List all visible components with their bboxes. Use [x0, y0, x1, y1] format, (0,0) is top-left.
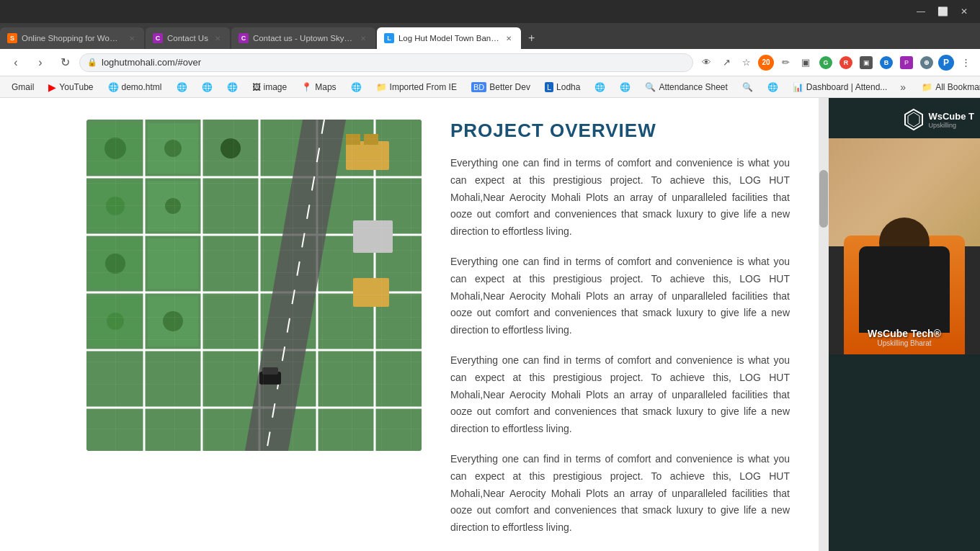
svg-rect-35 [148, 296, 198, 346]
profile-button[interactable]: P [938, 55, 954, 71]
bookmark-dashboard[interactable]: 📊 Dashboard | Attend... [787, 81, 894, 94]
bookmarks-more-button[interactable]: » [896, 80, 910, 94]
pencil-button[interactable]: ✏ [777, 54, 794, 71]
reload-button[interactable]: ↻ [55, 53, 75, 73]
svg-rect-23 [364, 134, 378, 145]
bookmark-image[interactable]: 🖼 image [246, 81, 293, 94]
extension6-button[interactable]: ⊕ [918, 54, 935, 71]
svg-rect-0 [86, 120, 422, 451]
bookmark-search[interactable]: 🔍 [736, 81, 759, 94]
menu-button[interactable]: ⋮ [957, 54, 974, 71]
watermark-sub: Upskilling Bharat [832, 339, 976, 347]
project-text-content: PROJECT OVERVIEW Everything one can find… [450, 120, 790, 551]
tab-close-loghut[interactable]: ✕ [504, 33, 514, 43]
ext6-icon: ⊕ [920, 56, 933, 69]
ext2-icon: R [839, 56, 852, 69]
bookmark-globe4[interactable]: 🌐 [345, 81, 368, 94]
svg-point-17 [165, 198, 181, 214]
project-image [86, 120, 422, 451]
folder-icon-all: 📁 [922, 82, 932, 92]
betterdev-icon: BD [471, 82, 486, 92]
screenshot-button[interactable]: ▣ [797, 54, 814, 71]
tab-close-uptown[interactable]: ✕ [358, 33, 368, 43]
page-content-area: PROJECT OVERVIEW Everything one can find… [0, 98, 829, 551]
svg-marker-11 [245, 120, 346, 451]
bookmark-lodha[interactable]: L Lodha [539, 81, 587, 94]
back-button[interactable]: ‹ [6, 53, 26, 73]
svg-rect-34 [90, 296, 141, 346]
extension3-button[interactable]: ▣ [858, 54, 875, 71]
lodha-icon: L [545, 82, 553, 92]
wscube-panel: WsCube T Upskilling [829, 98, 980, 551]
wscube-brand-name: WsCube T [928, 111, 974, 122]
forward-button[interactable]: › [30, 53, 50, 73]
minimize-button[interactable]: — [911, 4, 931, 19]
reader-mode-button[interactable]: 👁 [698, 54, 715, 71]
project-para-1: Everything one can find in terms of comf… [450, 155, 790, 241]
bookmark-globe6[interactable]: 🌐 [614, 81, 636, 94]
bookmark-attendance[interactable]: 🔍 Attendance Sheet [639, 81, 733, 94]
extension4-button[interactable]: B [878, 54, 895, 71]
bookmark-maps[interactable]: 📍 Maps [295, 81, 342, 94]
bookmark-globe5[interactable]: 🌐 [589, 81, 611, 94]
bookmark-globe3[interactable]: 🌐 [221, 81, 244, 94]
globe-icon-6: 🌐 [620, 82, 631, 92]
attendance-icon: 🔍 [645, 82, 656, 92]
video-frame: WsCube Tech® Upskilling Bharat [829, 138, 980, 354]
globe-icon-3: 🌐 [227, 82, 238, 92]
bookmark-imported[interactable]: 📁 Imported From IE [370, 81, 463, 94]
extension1-button[interactable]: G [817, 54, 834, 71]
project-title: PROJECT OVERVIEW [450, 120, 790, 142]
ext3-icon: ▣ [860, 56, 873, 69]
page-scrollbar[interactable] [819, 98, 829, 551]
maximize-button[interactable]: ⬜ [932, 4, 953, 19]
svg-point-20 [163, 311, 183, 331]
bookmark-globe7[interactable]: 🌐 [762, 81, 784, 94]
new-tab-button[interactable]: + [522, 27, 540, 49]
ext5-icon: P [900, 56, 913, 69]
bookmark-betterdev[interactable]: BD Better Dev [466, 81, 536, 94]
bookmark-demo[interactable]: 🌐 demo.html [102, 81, 168, 94]
tab-shopping[interactable]: S Online Shopping for Women, M ✕ [0, 27, 144, 49]
tab-loghut[interactable]: L Log Hut Model Town Banur-Lan ✕ [377, 27, 521, 49]
page-scroll-area: PROJECT OVERVIEW Everything one can find… [0, 98, 819, 551]
window-controls: — ⬜ ✕ [911, 4, 974, 19]
share-button[interactable]: ↗ [718, 54, 735, 71]
tab-favicon-contact: C [153, 33, 163, 43]
bookmark-globe2[interactable]: 🌐 [196, 81, 218, 94]
wscube-text: WsCube T Upskilling [928, 111, 974, 129]
svg-point-16 [106, 197, 125, 215]
tab-label-contact: Contact Us [167, 34, 208, 42]
bookmark-gmail[interactable]: Gmail [6, 81, 40, 94]
url-text: loghutmohali.com/#over [102, 57, 685, 68]
svg-line-12 [267, 120, 324, 451]
lock-icon: 🔒 [87, 58, 97, 67]
tab-uptown[interactable]: C Contact us - Uptown Skylla -Zir ✕ [231, 27, 375, 49]
bookmark-youtube[interactable]: ▶ YouTube [43, 80, 99, 94]
svg-rect-21 [346, 141, 389, 170]
maps-icon: 📍 [301, 82, 312, 92]
address-icons: 👁 ↗ ☆ 20 ✏ ▣ G R ▣ B P ⊕ [698, 54, 974, 71]
bookmark-star-button[interactable]: ☆ [738, 54, 755, 71]
svg-point-18 [105, 254, 125, 274]
tab-close-contact[interactable]: ✕ [213, 33, 223, 43]
scrollbar-handle[interactable] [819, 170, 828, 228]
extension5-button[interactable]: P [898, 54, 915, 71]
tab-favicon-uptown: C [239, 33, 249, 43]
all-bookmarks-button[interactable]: 📁 All Bookmarks [916, 81, 980, 94]
wscube-hex-icon [902, 108, 925, 131]
tab-contact[interactable]: C Contact Us ✕ [146, 27, 230, 49]
extension2-button[interactable]: R [837, 54, 855, 71]
svg-rect-27 [262, 367, 278, 375]
svg-rect-30 [90, 181, 141, 231]
bookmark-globe1[interactable]: 🌐 [171, 81, 193, 94]
tab-close-shopping[interactable]: ✕ [127, 33, 137, 43]
wscube-brand: WsCube T Upskilling [902, 108, 974, 131]
address-bar: ‹ › ↻ 🔒 loghutmohali.com/#over 👁 ↗ ☆ 20 … [0, 49, 980, 76]
url-bar[interactable]: 🔒 loghutmohali.com/#over [79, 53, 693, 72]
close-button[interactable]: ✕ [954, 4, 974, 19]
project-para-2: Everything one can find in terms of comf… [450, 254, 790, 339]
page-inner: PROJECT OVERVIEW Everything one can find… [0, 98, 829, 551]
ext1-icon: G [819, 56, 832, 69]
browser-body: PROJECT OVERVIEW Everything one can find… [0, 98, 980, 551]
